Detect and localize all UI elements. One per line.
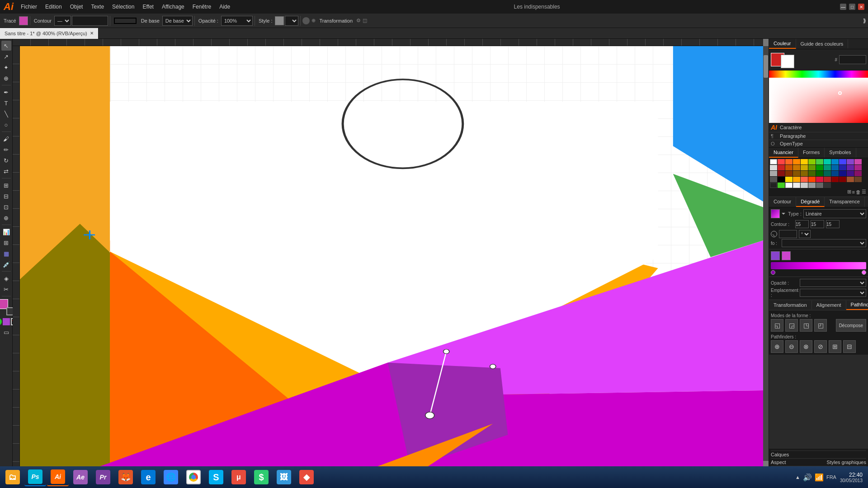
gradient-preview-bar[interactable]: [771, 262, 866, 269]
grad-stop-right[interactable]: [782, 251, 791, 260]
taskbar-app6[interactable]: 🌐: [160, 468, 182, 486]
swatch-sienna[interactable]: [793, 171, 800, 176]
pf-mode-1[interactable]: ◱: [771, 319, 783, 332]
menu-fichier[interactable]: Fichier: [17, 3, 41, 11]
menu-edition[interactable]: Edition: [42, 3, 66, 11]
taskbar-chrome[interactable]: [183, 468, 204, 486]
swatch-bright-green[interactable]: [778, 183, 785, 188]
swatch-dark-brown[interactable]: [785, 171, 793, 176]
paragraph-link[interactable]: Paragraphe: [780, 133, 806, 139]
swatch-dark-olive[interactable]: [808, 171, 816, 176]
swatch-orange-red2[interactable]: [808, 177, 816, 182]
systray-arrow[interactable]: ▲: [795, 474, 800, 480]
free-transform-tool[interactable]: ⊡: [1, 202, 11, 212]
swatch-very-dark[interactable]: [770, 183, 777, 188]
swatch-gray[interactable]: [770, 171, 777, 176]
swatch-white2[interactable]: [785, 183, 793, 188]
gradient-type-select[interactable]: Linéaire: [803, 209, 866, 218]
pf-divide[interactable]: ⊞: [829, 340, 841, 353]
taskbar-pictures[interactable]: 🖼: [273, 468, 295, 486]
reflect-tool[interactable]: ⇄: [1, 166, 11, 176]
swatch-crimson[interactable]: [816, 177, 823, 182]
pf-unite[interactable]: ⊕: [771, 340, 783, 353]
contour-select[interactable]: —: [54, 16, 71, 26]
gradient-dropdown-arrow[interactable]: [782, 209, 786, 218]
tab-nuancier[interactable]: Nuancier: [769, 148, 798, 158]
opacity-select[interactable]: 100%: [221, 16, 253, 26]
grad-marker-left[interactable]: [771, 270, 775, 275]
ellipse-tool[interactable]: ○: [1, 120, 11, 130]
decompose-button[interactable]: Décompose: [836, 319, 866, 332]
pf-mode-4[interactable]: ◰: [814, 319, 827, 332]
volume-icon[interactable]: 📶: [815, 473, 824, 482]
swatch-delete-btn[interactable]: 🗑: [856, 189, 861, 195]
taskbar-premiere[interactable]: Pr: [92, 468, 114, 486]
gradient-icon[interactable]: [3, 318, 10, 325]
swatch-dark-teal[interactable]: [824, 165, 831, 170]
transform-icon2[interactable]: ◫: [363, 18, 367, 23]
swatch-dark-magenta[interactable]: [854, 165, 862, 170]
contour-value-input[interactable]: [72, 16, 108, 26]
swatch-forest[interactable]: [816, 171, 823, 176]
panel-toggle[interactable]: ⟫: [863, 18, 866, 24]
pf-mode-3[interactable]: ◳: [800, 319, 812, 332]
swatch-red[interactable]: [778, 159, 785, 164]
eyedropper-tool[interactable]: 💉: [1, 259, 11, 269]
swatch-purple[interactable]: [847, 159, 854, 164]
swatch-dark-red[interactable]: [778, 165, 785, 170]
menu-objet[interactable]: Objet: [66, 3, 87, 11]
align-icon[interactable]: ⊕: [311, 18, 316, 23]
swatch-white[interactable]: [770, 159, 777, 164]
hue-spectrum[interactable]: [769, 70, 868, 78]
grad-marker-right[interactable]: [862, 270, 866, 275]
taskbar-skype[interactable]: S: [205, 468, 227, 486]
opacity-ctrl-select[interactable]: [800, 279, 866, 287]
rotate-tool[interactable]: ↻: [1, 155, 11, 165]
pf-trim[interactable]: ⊟: [843, 340, 856, 353]
document-tab[interactable]: Sans titre - 1* @ 400% (RVB/Aperçu) ✕: [0, 28, 99, 39]
swatch-tomato[interactable]: [801, 177, 808, 182]
warp-tool[interactable]: ⊟: [1, 191, 11, 201]
swatch-medium-blue[interactable]: [831, 165, 839, 170]
swatch-dark-green[interactable]: [816, 165, 823, 170]
contour-val3[interactable]: [826, 220, 840, 228]
background-color[interactable]: [781, 55, 794, 68]
hex-color-input[interactable]: 54DA2D: [839, 55, 866, 64]
tab-guide-couleurs[interactable]: Guide des couleurs: [796, 39, 849, 48]
v-scrollbar-thumb[interactable]: [764, 55, 768, 78]
swatch-dark-purple[interactable]: [847, 165, 854, 170]
close-button[interactable]: ✕: [858, 4, 864, 10]
lasso-tool[interactable]: ⊕: [1, 73, 11, 83]
pf-exclude[interactable]: ⊘: [814, 340, 827, 353]
swatch-maroon[interactable]: [778, 171, 785, 176]
swatch-orange-red[interactable]: [785, 159, 793, 164]
swatch-dark-orange[interactable]: [793, 165, 800, 170]
swatch-gold2[interactable]: [785, 177, 793, 182]
direct-selection-tool[interactable]: ↗: [1, 52, 11, 61]
scale-tool[interactable]: ⊞: [1, 180, 11, 190]
swatch-dark-gray[interactable]: [770, 177, 777, 182]
swatch-yellow-green[interactable]: [808, 159, 816, 164]
color-selector[interactable]: [0, 299, 14, 315]
angle-input[interactable]: 243°: [779, 230, 797, 238]
tab-pathfinder[interactable]: Pathfinder: [846, 300, 868, 310]
swatch-light-gray2[interactable]: [801, 183, 808, 188]
tab-transparence[interactable]: Transparence: [825, 197, 864, 207]
swatch-orange2[interactable]: [793, 177, 800, 182]
taskbar-explorer[interactable]: 🗂: [2, 468, 24, 486]
swatch-yellow[interactable]: [801, 159, 808, 164]
swatch-green[interactable]: [816, 159, 823, 164]
menu-aide[interactable]: Aide: [216, 3, 234, 11]
emplacement-select[interactable]: [800, 289, 866, 297]
paintbrush-tool[interactable]: 🖌: [1, 134, 11, 144]
swatch-charcoal[interactable]: [824, 183, 831, 188]
style-select[interactable]: [285, 16, 298, 26]
swatch-black[interactable]: [778, 177, 785, 182]
taskbar-firefox[interactable]: 🦊: [115, 468, 137, 486]
line-tool[interactable]: ╲: [1, 109, 11, 119]
character-link[interactable]: Caractère: [780, 125, 802, 130]
swatch-orange[interactable]: [793, 159, 800, 164]
pf-minus[interactable]: ⊖: [785, 340, 798, 353]
tab-formes[interactable]: Formes: [798, 148, 825, 158]
contour-val2[interactable]: [811, 220, 824, 228]
